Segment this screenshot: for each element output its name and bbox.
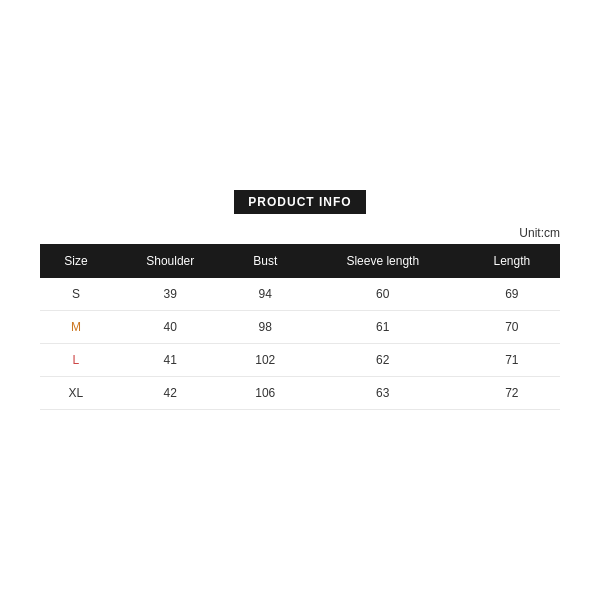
cell-length: 70 — [464, 311, 560, 344]
cell-size: L — [40, 344, 112, 377]
col-bust: Bust — [229, 244, 302, 278]
cell-size: XL — [40, 377, 112, 410]
table-row: S39946069 — [40, 278, 560, 311]
table-row: L411026271 — [40, 344, 560, 377]
table-header: Size Shoulder Bust Sleeve length Length — [40, 244, 560, 278]
cell-bust: 98 — [229, 311, 302, 344]
cell-sleeve: 62 — [302, 344, 464, 377]
cell-length: 72 — [464, 377, 560, 410]
cell-bust: 102 — [229, 344, 302, 377]
table-row: M40986170 — [40, 311, 560, 344]
cell-bust: 106 — [229, 377, 302, 410]
title-wrapper: PRODUCT INFO — [40, 190, 560, 214]
unit-label: Unit:cm — [40, 226, 560, 240]
size-table: Size Shoulder Bust Sleeve length Length … — [40, 244, 560, 410]
col-sleeve: Sleeve length — [302, 244, 464, 278]
table-row: XL421066372 — [40, 377, 560, 410]
col-size: Size — [40, 244, 112, 278]
cell-shoulder: 39 — [112, 278, 229, 311]
col-shoulder: Shoulder — [112, 244, 229, 278]
section-title: PRODUCT INFO — [234, 190, 365, 214]
product-info-container: PRODUCT INFO Unit:cm Size Shoulder Bust … — [40, 190, 560, 410]
cell-length: 71 — [464, 344, 560, 377]
cell-length: 69 — [464, 278, 560, 311]
col-length: Length — [464, 244, 560, 278]
table-body: S39946069M40986170L411026271XL421066372 — [40, 278, 560, 410]
cell-size: S — [40, 278, 112, 311]
cell-shoulder: 41 — [112, 344, 229, 377]
cell-bust: 94 — [229, 278, 302, 311]
cell-sleeve: 63 — [302, 377, 464, 410]
cell-shoulder: 40 — [112, 311, 229, 344]
cell-sleeve: 61 — [302, 311, 464, 344]
cell-size: M — [40, 311, 112, 344]
header-row: Size Shoulder Bust Sleeve length Length — [40, 244, 560, 278]
cell-shoulder: 42 — [112, 377, 229, 410]
cell-sleeve: 60 — [302, 278, 464, 311]
